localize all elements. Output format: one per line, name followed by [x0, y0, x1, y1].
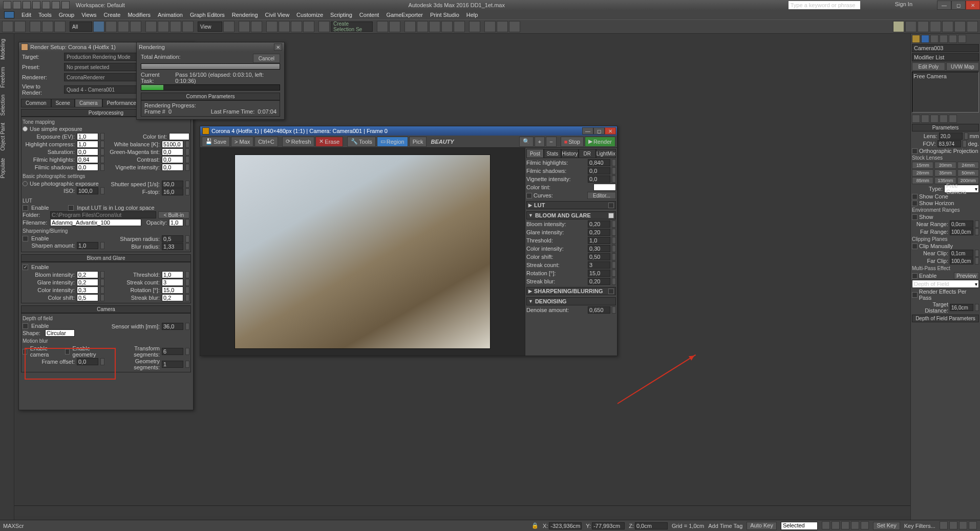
lut-opacity-field[interactable]: 1,0 — [169, 219, 183, 226]
subscription-icon[interactable] — [864, 1, 872, 9]
zoom-icon[interactable] — [959, 521, 967, 529]
modify-panel-icon[interactable] — [921, 35, 929, 43]
menu-scripting[interactable]: Scripting — [330, 12, 352, 18]
show-env-checkbox[interactable] — [912, 214, 918, 220]
use-photo-radio[interactable] — [23, 181, 28, 186]
configure-sets-icon[interactable] — [949, 115, 957, 123]
preview-button[interactable]: Preview — [954, 272, 979, 279]
mirror-button[interactable] — [377, 21, 388, 32]
vfb-maximize-button[interactable]: ◻ — [593, 127, 605, 135]
shutter-field[interactable]: 50,0 — [162, 181, 183, 188]
dof-enable-checkbox[interactable] — [23, 323, 28, 329]
vfb-tab-stats[interactable]: Stats — [544, 149, 561, 158]
bloom-int-field[interactable]: 0,2 — [77, 271, 98, 278]
fstop-field[interactable]: 16,0 — [162, 188, 183, 195]
snap-toggle-button[interactable] — [266, 21, 278, 32]
hilite-field[interactable]: 1,0 — [77, 141, 98, 148]
help-icon[interactable] — [925, 1, 933, 9]
sun-icon[interactable] — [905, 21, 917, 32]
menu-animation[interactable]: Animation — [158, 12, 183, 18]
lens-50[interactable]: 50mm — [957, 169, 979, 176]
lens-85[interactable]: 85mm — [912, 177, 933, 184]
edit-poly-button[interactable]: Edit Poly — [912, 62, 945, 71]
streak-count-field[interactable]: 3 — [162, 279, 183, 286]
misc-toolbar-icon-2[interactable] — [954, 21, 966, 32]
near-range-field[interactable]: 0,0cm — [950, 220, 973, 228]
bg-enable-checkbox[interactable] — [23, 264, 28, 270]
lens-28[interactable]: 28mm — [912, 169, 933, 176]
select-by-name-button[interactable] — [105, 21, 117, 32]
menu-edit[interactable]: Edit — [22, 12, 31, 18]
vfb-lut-checkbox[interactable] — [608, 203, 614, 208]
far-range-field[interactable]: 100,0cm — [950, 228, 973, 235]
lens-24[interactable]: 24mm — [957, 162, 979, 169]
render-button[interactable] — [509, 21, 520, 32]
frame-offset-field[interactable]: 0,0 — [77, 358, 98, 365]
saturation-field[interactable]: 0,0 — [77, 148, 98, 156]
minimize-button[interactable]: — — [937, 1, 951, 10]
rendering-window[interactable]: Rendering✕ Total Animation:Cancel Curren… — [136, 42, 285, 120]
tab-performance[interactable]: Performance — [102, 99, 141, 107]
y-coord-field[interactable]: -77,993cm — [592, 522, 625, 529]
unlink-button[interactable] — [42, 21, 53, 32]
ortho-checkbox[interactable] — [912, 148, 918, 154]
vfb-glare-field[interactable]: 0,20 — [588, 229, 610, 236]
vignette-field[interactable]: 0,0 — [162, 164, 183, 171]
bloom-glare-head[interactable]: Bloom and Glare — [21, 254, 191, 262]
glare-int-field[interactable]: 0,2 — [77, 279, 98, 286]
camera-type-dropdown[interactable]: Free Camera — [944, 185, 979, 193]
select-manipulate-button[interactable] — [239, 21, 250, 32]
vfb-curves-editor-button[interactable]: Editor... — [587, 192, 616, 199]
rotation-field[interactable]: 15,0 — [162, 286, 183, 294]
show-horizon-checkbox[interactable] — [912, 201, 918, 206]
make-unique-icon[interactable] — [930, 115, 939, 123]
vfb-denoise-field[interactable]: 0,650 — [588, 306, 610, 314]
vfb-minimize-button[interactable]: — — [582, 127, 593, 135]
key-mode-dropdown[interactable]: Selected — [781, 522, 818, 530]
geo-seg-field[interactable]: 1 — [162, 361, 183, 368]
maximize-button[interactable]: ◻ — [951, 1, 966, 10]
vfb-bloom-field[interactable]: 0,20 — [588, 220, 610, 228]
iso-field[interactable]: 100,0 — [77, 187, 98, 194]
lut-filename-field[interactable]: Adanmq_Advantix_100 — [50, 219, 141, 226]
menu-graph-editors[interactable]: Graph Editors — [190, 12, 225, 18]
next-frame-icon[interactable] — [851, 521, 859, 529]
tab-common[interactable]: Common — [21, 99, 51, 107]
set-key-button[interactable]: Set Key — [873, 522, 900, 530]
vfb-close-button[interactable]: ✕ — [605, 127, 616, 135]
exposure-field[interactable]: 1,0 — [77, 133, 98, 140]
cancel-button[interactable]: Cancel — [253, 54, 280, 63]
undo-button[interactable] — [2, 21, 13, 32]
lut-folder-field[interactable]: C:\Program Files\Corona\lut — [50, 211, 156, 218]
rail-selection[interactable]: Selection — [0, 92, 14, 119]
modifier-stack[interactable]: Free Camera — [912, 72, 979, 113]
col-int-field[interactable]: 0,3 — [77, 286, 98, 294]
align-button[interactable] — [389, 21, 400, 32]
mb-geo-checkbox[interactable] — [65, 349, 70, 355]
vfb-tab-lightmix[interactable]: LightMix — [596, 149, 616, 158]
selection-filter-dropdown[interactable]: All — [70, 21, 92, 32]
far-clip-field[interactable]: 100,0cm — [950, 257, 973, 264]
edit-named-sel-button[interactable] — [318, 21, 330, 32]
max-viewport-icon[interactable] — [969, 521, 977, 529]
parameters-head[interactable]: Parameters — [912, 124, 979, 131]
colortint-swatch[interactable] — [169, 133, 189, 140]
move-button[interactable] — [145, 21, 157, 32]
z-coord-field[interactable]: 0,0cm — [635, 522, 668, 529]
show-end-icon[interactable] — [921, 115, 929, 123]
rendering-close-button[interactable]: ✕ — [274, 43, 282, 51]
repp-checkbox[interactable] — [912, 292, 918, 298]
lut-builtin-button[interactable]: < Built-in — [158, 211, 189, 218]
clip-manually-checkbox[interactable] — [912, 244, 918, 249]
gm-field[interactable]: 0,0 — [162, 148, 183, 156]
target-dist-field[interactable]: 16,0cm — [950, 304, 973, 311]
workspace-label[interactable]: Workspace: Default — [76, 2, 125, 8]
filmic-sh-field[interactable]: 0,0 — [77, 164, 98, 171]
vfb-region-button[interactable]: ▭Region — [377, 137, 408, 147]
hierarchy-panel-icon[interactable] — [930, 35, 939, 43]
redo-icon[interactable] — [52, 1, 60, 9]
vfb-image-area[interactable] — [200, 148, 525, 356]
vfb-fsh-field[interactable]: 0,0 — [588, 167, 610, 174]
ribbon-button[interactable] — [429, 21, 440, 32]
layer-explorer-button[interactable] — [417, 21, 428, 32]
